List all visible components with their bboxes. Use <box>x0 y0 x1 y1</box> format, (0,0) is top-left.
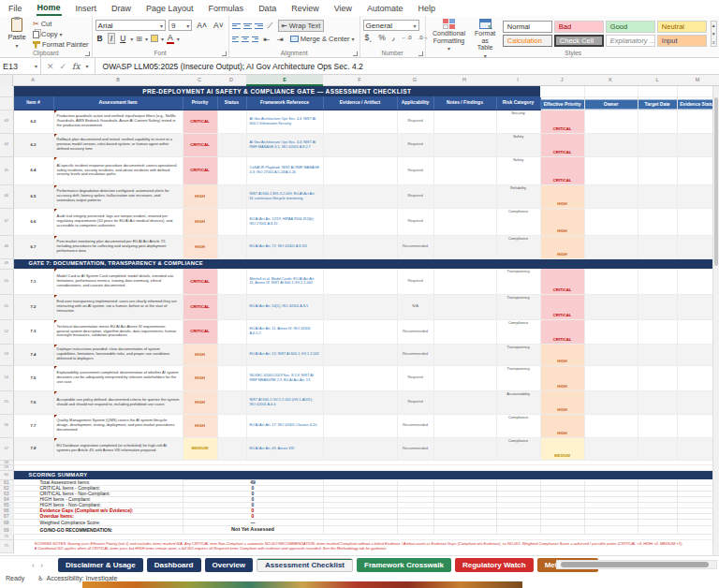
cell-assessment-item[interactable]: Explainability assessment completed: det… <box>53 365 183 390</box>
orientation-icon[interactable]: ⟋ <box>266 21 275 31</box>
cell-item-number[interactable]: 7.6 <box>13 390 53 414</box>
styles-gallery-scroll[interactable]: ▲▼≡ <box>711 21 717 47</box>
increase-font-button[interactable]: A˄ <box>195 21 209 30</box>
cell-status[interactable] <box>217 437 246 460</box>
empty-cell[interactable] <box>397 526 433 535</box>
currency-icon[interactable]: $˯ <box>363 33 374 42</box>
cell-notes-findings[interactable] <box>433 437 496 460</box>
number-dialog-launcher[interactable] <box>418 51 423 56</box>
cell-style-calculation[interactable]: Calculation <box>503 35 552 47</box>
cell-risk-category[interactable]: Transparency <box>496 269 540 294</box>
font-dialog-launcher[interactable] <box>222 51 227 56</box>
cell-risk-category[interactable]: Compliance <box>496 437 540 460</box>
summary-label[interactable]: GO/NO-GO RECOMMENDATION: <box>13 526 183 535</box>
cell-assessment-item[interactable]: Deployer instructions provided: clear do… <box>53 344 183 365</box>
cell-target-date[interactable] <box>638 365 677 390</box>
cell-target-date[interactable] <box>638 390 677 414</box>
cell-assessment-item[interactable]: Model Card or AI System Card completed: … <box>53 269 183 294</box>
cell-notes-findings[interactable] <box>433 344 496 365</box>
section-banner[interactable]: GATE 7: DOCUMENTATION, TRANSPARENCY & CO… <box>13 258 719 269</box>
cell-evidence-artifact[interactable] <box>323 294 397 319</box>
cell-risk-category[interactable]: Reliability <box>496 184 540 208</box>
cell-status[interactable] <box>217 156 246 184</box>
cell-priority[interactable]: CRITICAL <box>183 294 217 319</box>
column-header-E[interactable]: E <box>283 77 286 82</box>
column-header-H[interactable]: H <box>462 77 466 82</box>
row-number[interactable]: 60 <box>0 471 13 480</box>
font-color-icon[interactable]: A <box>167 33 174 44</box>
cell-framework-reference[interactable]: EU AI Act Art. 17; ISO 42001 Clauses 4-1… <box>246 414 323 437</box>
cell-priority[interactable]: CRITICAL <box>183 110 217 133</box>
column-header-G[interactable]: G <box>413 77 417 82</box>
cell-assessment-item[interactable]: Technical documentation meets EU AI Act … <box>53 319 183 344</box>
sheet-tab-dashboard[interactable]: Dashboard <box>147 558 201 572</box>
underline-button[interactable]: U <box>118 34 127 43</box>
column-label[interactable]: Item # <box>13 96 53 110</box>
ribbon-tab-help[interactable]: Help <box>418 2 437 15</box>
summary-label[interactable]: Weighted Compliance Score: <box>13 520 183 526</box>
decrease-font-button[interactable]: A˅ <box>212 21 226 30</box>
cell-priority[interactable]: HIGH <box>183 235 217 258</box>
cell-item-number[interactable]: 7.8 <box>13 437 53 460</box>
cell-item-number[interactable]: 6.2 <box>13 110 53 133</box>
row-number[interactable]: 53 <box>0 344 13 365</box>
column-label[interactable]: Status <box>217 96 246 110</box>
row-number[interactable]: 55 <box>0 390 13 414</box>
cell-applicability[interactable]: Required <box>397 390 433 414</box>
empty-cell[interactable] <box>323 526 397 535</box>
font-family-select[interactable]: Arial▾ <box>95 20 166 31</box>
column-label[interactable]: Framework Reference <box>246 96 323 110</box>
empty-cell[interactable] <box>540 520 584 526</box>
conditional-formatting-button[interactable]: Conditional Formatting ▾ <box>429 18 470 52</box>
cell-owner[interactable] <box>584 133 638 156</box>
row-number[interactable]: 50 <box>0 269 13 294</box>
cell-risk-category[interactable]: Transparency <box>496 294 540 319</box>
cell-owner[interactable] <box>584 390 638 414</box>
row-number[interactable]: 45 <box>0 156 13 184</box>
row-number[interactable]: 51 <box>0 294 13 319</box>
cell-framework-reference[interactable]: EU AI Act Art. 13; NIST AI 600-1 GV-1.2-… <box>246 344 323 365</box>
select-all-corner[interactable] <box>0 75 13 86</box>
cell-owner[interactable] <box>584 235 638 258</box>
cell-style-normal[interactable]: Normal <box>503 21 552 33</box>
cell-notes-findings[interactable] <box>433 208 496 235</box>
number-format-select[interactable]: General▾ <box>363 20 419 31</box>
cell-evidence-artifact[interactable] <box>323 156 397 184</box>
cell-item-number[interactable]: 7.1 <box>13 269 53 294</box>
merge-center-button[interactable]: Merge & Center▾ <box>288 34 357 44</box>
empty-cell[interactable] <box>496 520 540 526</box>
cell-risk-category[interactable]: Accountability <box>496 390 540 414</box>
ribbon-tab-home[interactable]: Home <box>37 1 62 16</box>
cell-effective-priority[interactable]: HIGH <box>540 390 584 414</box>
cell-item-number[interactable]: 7.4 <box>13 344 53 365</box>
cell-status[interactable] <box>217 319 246 344</box>
row-number[interactable]: 57 <box>0 437 13 460</box>
cell-status[interactable] <box>217 184 246 208</box>
cell-owner[interactable] <box>584 294 638 319</box>
empty-cell[interactable] <box>540 86 584 96</box>
cell-risk-category[interactable]: Compliance <box>496 319 540 344</box>
column-label[interactable]: Owner <box>584 96 638 110</box>
increase-indent-icon[interactable]: ⇥ <box>275 35 286 44</box>
ribbon-tab-formulas[interactable]: Formulas <box>208 2 245 15</box>
cell-effective-priority[interactable]: CRITICAL <box>540 294 584 319</box>
cell-effective-priority[interactable]: HIGH <box>540 414 584 437</box>
empty-cell[interactable] <box>638 520 677 526</box>
column-header-B[interactable]: B <box>116 77 120 82</box>
cell-notes-findings[interactable] <box>433 235 496 258</box>
cell-notes-findings[interactable] <box>433 133 496 156</box>
cell-notes-findings[interactable] <box>433 365 496 390</box>
cell-priority[interactable]: CRITICAL <box>183 269 217 294</box>
align-left-icon[interactable] <box>232 36 240 43</box>
cell-status[interactable] <box>217 414 246 437</box>
cell-effective-priority[interactable]: CRITICAL <box>540 269 584 294</box>
sheet-title[interactable]: PRE-DEPLOYMENT AI SAFETY & COMPLIANCE GA… <box>13 86 540 96</box>
cell-notes-findings[interactable] <box>433 184 496 208</box>
row-number[interactable]: 54 <box>0 365 13 390</box>
section-banner[interactable]: SCORING SUMMARY <box>13 471 719 480</box>
cell-owner[interactable] <box>584 156 638 184</box>
row-number[interactable]: 56 <box>0 414 13 437</box>
percent-icon[interactable]: % <box>376 33 388 42</box>
row-number[interactable]: 44 <box>0 133 13 156</box>
column-header-M[interactable]: M <box>696 77 700 82</box>
